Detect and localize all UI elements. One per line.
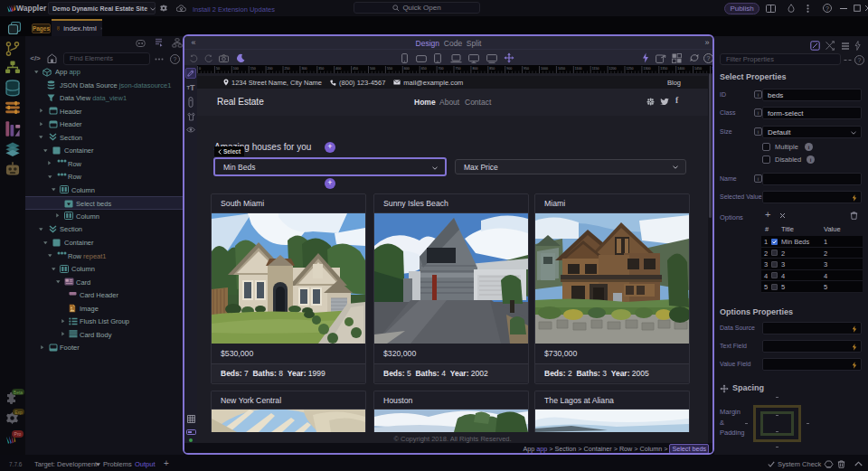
svg-text:200: 200 — [268, 67, 273, 71]
svg-text:650: 650 — [421, 67, 427, 71]
svg-text:700: 700 — [439, 67, 444, 71]
svg-text:850: 850 — [489, 67, 495, 71]
svg-text:1500: 1500 — [712, 67, 712, 71]
svg-text:1200: 1200 — [609, 67, 617, 71]
svg-text:50: 50 — [216, 67, 220, 71]
svg-text:350: 350 — [318, 67, 324, 71]
svg-text:1100: 1100 — [575, 67, 582, 71]
svg-text:1250: 1250 — [627, 67, 634, 71]
svg-text:250: 250 — [285, 67, 290, 71]
svg-text:950: 950 — [524, 67, 529, 71]
svg-text:1400: 1400 — [677, 67, 684, 71]
svg-text:800: 800 — [472, 67, 477, 71]
svg-text:600: 600 — [404, 67, 410, 71]
svg-text:300: 300 — [301, 67, 307, 71]
svg-text:450: 450 — [353, 67, 358, 71]
svg-text:1000: 1000 — [541, 67, 548, 71]
svg-text:0: 0 — [199, 67, 201, 71]
svg-text:500: 500 — [370, 67, 375, 71]
svg-text:1300: 1300 — [643, 67, 650, 71]
svg-text:100: 100 — [233, 67, 239, 71]
svg-text:550: 550 — [387, 67, 392, 71]
svg-text:1050: 1050 — [558, 67, 565, 71]
svg-text:900: 900 — [506, 67, 512, 71]
svg-text:150: 150 — [250, 67, 256, 71]
svg-text:1450: 1450 — [694, 67, 702, 71]
svg-text:1350: 1350 — [660, 67, 667, 71]
svg-text:1150: 1150 — [592, 67, 599, 71]
svg-text:400: 400 — [335, 67, 341, 71]
svg-text:750: 750 — [456, 67, 461, 71]
